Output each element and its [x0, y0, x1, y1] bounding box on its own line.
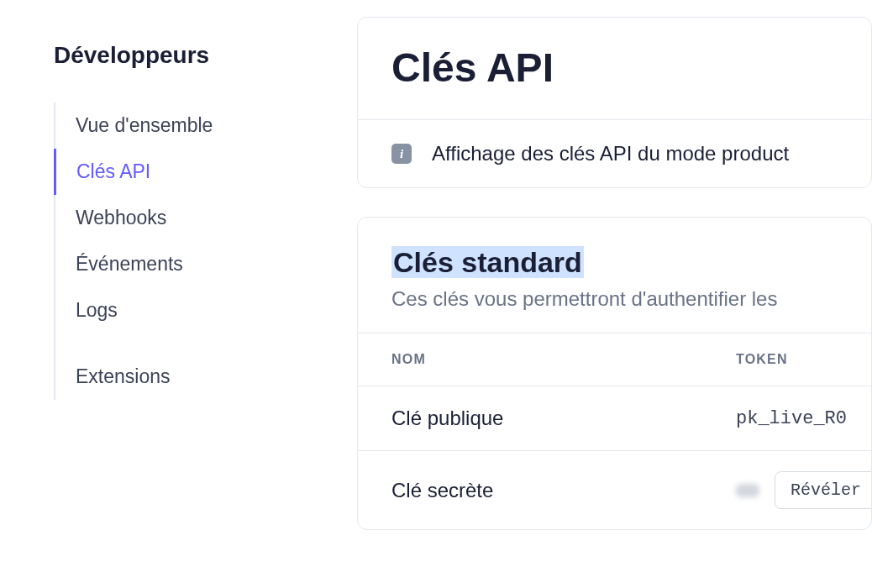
main-content: Clés API i Affichage des clés API du mod… [357, 0, 872, 588]
info-banner: i Affichage des clés API du mode product [358, 120, 871, 187]
nav-item-extensions[interactable]: Extensions [54, 354, 323, 400]
key-name: Clé publique [391, 407, 736, 430]
sidebar-title: Développeurs [54, 42, 323, 69]
column-header-name: NOM [391, 352, 736, 367]
keys-table-header: NOM TOKEN [358, 333, 871, 386]
column-header-token: TOKEN [736, 352, 838, 367]
standard-keys-subtitle: Ces clés vous permettront d'authentifier… [391, 287, 838, 311]
nav-item-overview[interactable]: Vue d'ensemble [54, 102, 323, 149]
key-name: Clé secrète [391, 479, 736, 502]
table-row: Clé secrète Révéler [358, 451, 871, 529]
nav-divider [55, 333, 323, 354]
token-value: pk_live_R0 [736, 408, 847, 429]
nav-item-webhooks[interactable]: Webhooks [54, 195, 323, 241]
reveal-button[interactable]: Révéler [775, 471, 872, 509]
key-token-hidden: Révéler [736, 471, 872, 509]
hidden-token-blur [736, 484, 759, 497]
standard-keys-header: Clés standard Ces clés vous permettront … [358, 218, 871, 333]
sidebar: Développeurs Vue d'ensemble Clés API Web… [0, 0, 357, 588]
nav-item-events[interactable]: Événements [54, 241, 323, 287]
page-header-card: Clés API i Affichage des clés API du mod… [357, 17, 872, 188]
app-layout: Développeurs Vue d'ensemble Clés API Web… [0, 0, 872, 588]
nav-item-logs[interactable]: Logs [54, 287, 323, 333]
nav-item-api-keys[interactable]: Clés API [54, 149, 323, 195]
info-icon: i [391, 144, 412, 164]
table-row: Clé publique pk_live_R0 [358, 386, 871, 451]
info-banner-text: Affichage des clés API du mode product [432, 142, 789, 165]
page-title: Clés API [358, 18, 871, 120]
nav-list: Vue d'ensemble Clés API Webhooks Événeme… [54, 102, 323, 400]
standard-keys-title: Clés standard [391, 246, 584, 278]
key-token[interactable]: pk_live_R0 [736, 408, 847, 429]
standard-keys-card: Clés standard Ces clés vous permettront … [357, 217, 872, 530]
